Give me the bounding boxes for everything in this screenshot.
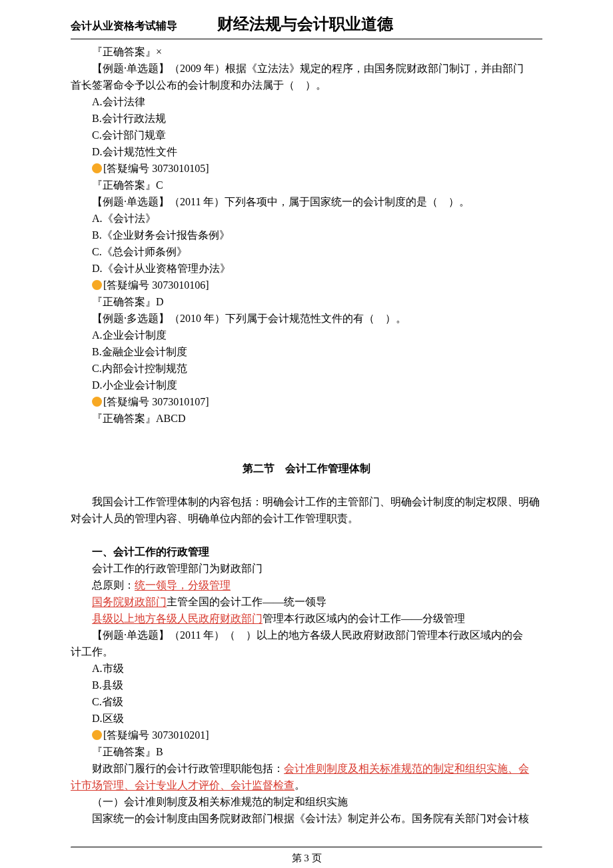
question-stem-cont: 计工作。 [71,643,542,660]
header-rule [71,39,542,39]
subheading: 一、会计工作的行政管理 [71,543,542,560]
body-line: 国家统一的会计制度由国务院财政部门根据《会计法》制定并公布。国务院有关部门对会计… [71,810,542,827]
section-title: 第二节 会计工作管理体制 [71,460,542,477]
highlight-text: 国务院财政部门 [92,596,167,607]
option-c: C.内部会计控制规范 [71,360,542,377]
body-line: 国务院财政部门主管全国的会计工作——统一领导 [71,593,542,610]
option-a: A.企业会计制度 [71,327,542,343]
text-prefix: 总原则： [92,579,135,591]
answer-line: 『正确答案』D [71,293,542,310]
highlight-text: 统一领导，分级管理 [135,579,231,591]
answer-line: 『正确答案』ABCD [71,410,542,427]
qid-text: [答疑编号 3073010105] [103,163,209,174]
option-a: A.《会计法》 [71,210,542,227]
question-mark-icon [92,730,102,740]
question-id: [答疑编号 3073010201] [71,727,542,743]
option-b: B.会计行政法规 [71,110,542,127]
answer-line: 『正确答案』B [71,743,542,760]
question-stem: 【例题·单选题】（2011 年）（ ）以上的地方各级人民政府财政部门管理本行政区… [71,627,542,643]
question-id: [答疑编号 3073010106] [71,277,542,293]
answer-line: 『正确答案』C [71,177,542,193]
highlight-text: 县级以上地方各级人民政府财政部门 [92,613,263,624]
option-a: A.会计法律 [71,93,542,110]
option-d: D.《会计从业资格管理办法》 [71,260,542,277]
body-line: 会计工作的行政管理部门为财政部门 [71,560,542,577]
highlight-text: 会计准则制度及相关标准规范的制定和组织实施、会 [284,763,529,774]
question-stem: 【例题·单选题】（2009 年）根据《立法法》规定的程序，由国务院财政部门制订，… [71,60,542,77]
question-stem: 【例题·多选题】（2010 年）下列属于会计规范性文件的有（ ）。 [71,310,542,327]
option-d: D.区级 [71,710,542,727]
text-prefix: 财政部门履行的会计行政管理职能包括： [92,763,284,774]
section-intro: 我国会计工作管理体制的内容包括：明确会计工作的主管部门、明确会计制度的制定权限、… [71,493,542,527]
qid-text: [答疑编号 3073010106] [103,279,209,291]
text-suffix: 主管全国的会计工作——统一领导 [167,596,326,607]
body-para-cont: 计市场管理、会计专业人才评价、会计监督检查。 [71,777,542,793]
qid-text: [答疑编号 3073010201] [103,729,209,741]
option-a: A.市级 [71,660,542,677]
question-mark-icon [92,397,102,407]
text-suffix: 管理本行政区域内的会计工作——分级管理 [263,613,465,624]
highlight-text: 计市场管理、会计专业人才评价、会计监督检查 [71,779,295,791]
text-suffix: 。 [295,779,305,791]
option-c: C.省级 [71,693,542,710]
qid-text: [答疑编号 3073010107] [103,396,209,407]
question-id: [答疑编号 3073010107] [71,393,542,410]
header-subtitle: 会计从业资格考试辅导 [71,19,177,33]
option-b: B.金融企业会计制度 [71,343,542,360]
body-line: 总原则：统一领导，分级管理 [71,577,542,593]
question-mark-icon [92,280,102,290]
subsection-title: （一）会计准则制度及相关标准规范的制定和组织实施 [71,793,542,810]
footer: 第 3 页 [71,847,542,868]
option-d: D.会计规范性文件 [71,143,542,160]
header: 会计从业资格考试辅导 财经法规与会计职业道德 [71,0,542,39]
question-stem: 【例题·单选题】（2011 年）下列各项中，属于国家统一的会计制度的是（ ）。 [71,193,542,210]
option-b: B.《企业财务会计报告条例》 [71,227,542,243]
question-stem-cont: 首长签署命令予以公布的会计制度和办法属于（ ）。 [71,77,542,93]
option-c: C.《总会计师条例》 [71,243,542,260]
option-d: D.小企业会计制度 [71,377,542,393]
body-line: 县级以上地方各级人民政府财政部门管理本行政区域内的会计工作——分级管理 [71,610,542,627]
answer-line: 『正确答案』× [71,43,542,60]
header-title: 财经法规与会计职业道德 [217,13,393,35]
page-number: 第 3 页 [71,848,542,868]
body-para: 财政部门履行的会计行政管理职能包括：会计准则制度及相关标准规范的制定和组织实施、… [71,760,542,777]
body: 『正确答案』× 【例题·单选题】（2009 年）根据《立法法》规定的程序，由国务… [71,43,542,827]
option-c: C.会计部门规章 [71,127,542,143]
option-b: B.县级 [71,677,542,693]
question-id: [答疑编号 3073010105] [71,160,542,177]
question-mark-icon [92,163,102,173]
